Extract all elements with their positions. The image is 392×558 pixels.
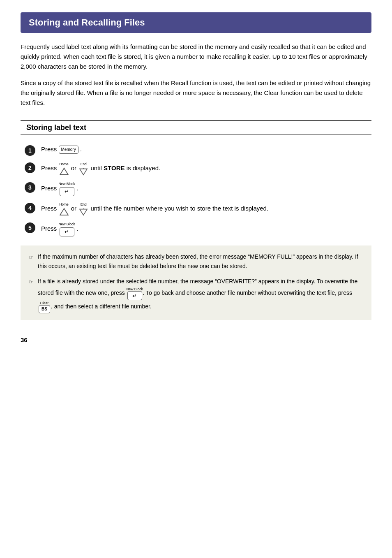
enter-key-wrapper-5: New Block ↵ xyxy=(60,222,74,236)
storing-section: Storing label text 1 Press Memory . 2 Pr… xyxy=(21,120,371,320)
page-number: 36 xyxy=(21,336,371,343)
note-2: ☞ If a file is already stored under the … xyxy=(29,277,363,313)
enter-key-note-btn: ↵ xyxy=(127,291,142,300)
page-title: Storing and Recalling Files xyxy=(21,12,371,33)
note-icon-2: ☞ xyxy=(29,278,34,286)
up-arrow-icon xyxy=(60,167,69,176)
down-arrow-icon xyxy=(79,167,88,176)
step-4-content: Press Home or End until the file number … xyxy=(41,202,371,216)
enter-key-note: New Block ↵ xyxy=(127,286,142,300)
svg-marker-5 xyxy=(80,209,87,215)
step-5-content: Press New Block ↵ . xyxy=(41,222,371,236)
home-label: Home xyxy=(59,162,69,167)
step-4-text-press: Press xyxy=(41,205,59,212)
step-1: 1 Press Memory . xyxy=(25,144,371,156)
memory-key: Memory xyxy=(59,146,78,154)
svg-marker-4 xyxy=(60,208,68,215)
step-3-text-after: . xyxy=(77,185,78,192)
enter-key-3: ↵ xyxy=(60,187,74,196)
svg-marker-2 xyxy=(80,169,87,175)
step-5-text-after: . xyxy=(77,225,78,232)
step-5-text-press: Press xyxy=(41,225,59,232)
step-2-or: or xyxy=(71,164,78,171)
note-icon-1: ☞ xyxy=(29,253,34,262)
step-2-content: Press Home or End xyxy=(41,162,371,176)
step-2: 2 Press Home or End xyxy=(25,162,371,176)
end-arrow-key-4: End xyxy=(79,202,88,216)
svg-marker-0 xyxy=(60,168,68,175)
home-label-4: Home xyxy=(59,202,69,208)
up-arrow-icon-4 xyxy=(60,208,69,216)
step-1-number: 1 xyxy=(25,145,35,156)
step-2-until: until STORE is displayed. xyxy=(90,164,160,171)
step-2-text-press: Press xyxy=(41,164,59,171)
store-bold: STORE xyxy=(104,164,125,171)
step-3-number: 3 xyxy=(25,182,35,193)
step-3-text-press: Press xyxy=(41,185,59,192)
step-4: 4 Press Home or End until xyxy=(25,202,371,216)
new-block-label-3: New Block xyxy=(58,181,75,187)
bs-key: BS xyxy=(39,305,50,313)
step-5: 5 Press New Block ↵ . xyxy=(25,222,371,236)
clear-label: Clear xyxy=(40,300,48,306)
note-1-text: If the maximum number of characters has … xyxy=(38,252,363,271)
step-4-number: 4 xyxy=(25,203,35,213)
note-1: ☞ If the maximum number of characters ha… xyxy=(29,252,363,271)
step-5-number: 5 xyxy=(25,222,35,233)
end-label: End xyxy=(81,162,87,167)
step-4-text-after: until the file number where you wish to … xyxy=(90,205,268,212)
intro-paragraph-2: Since a copy of the stored text file is … xyxy=(21,78,371,108)
home-arrow-key-4: Home xyxy=(60,202,69,216)
steps-list: 1 Press Memory . 2 Press Home xyxy=(25,144,371,236)
bs-key-wrapper: Clear BS xyxy=(39,300,50,313)
step-4-or: or xyxy=(71,205,78,212)
new-block-label-5: New Block xyxy=(58,222,75,227)
end-label-4: End xyxy=(81,202,87,208)
intro-paragraph-1: Frequently used label text along with it… xyxy=(21,42,371,72)
end-arrow-key: End xyxy=(79,162,88,176)
step-3: 3 Press New Block ↵ . xyxy=(25,181,371,196)
step-1-content: Press Memory . xyxy=(41,144,371,154)
step-1-text-after: . xyxy=(80,146,82,153)
note-2-text: If a file is already stored under the se… xyxy=(38,277,363,313)
home-arrow-key: Home xyxy=(60,162,69,176)
enter-key-wrapper-3: New Block ↵ xyxy=(60,181,74,196)
step-2-number: 2 xyxy=(25,162,35,173)
down-arrow-icon-4 xyxy=(79,208,88,216)
step-1-text-before: Press xyxy=(41,146,59,153)
notes-box: ☞ If the maximum number of characters ha… xyxy=(21,245,371,320)
enter-key-5: ↵ xyxy=(60,227,74,236)
section-title: Storing label text xyxy=(21,120,371,135)
step-3-content: Press New Block ↵ . xyxy=(41,181,371,196)
